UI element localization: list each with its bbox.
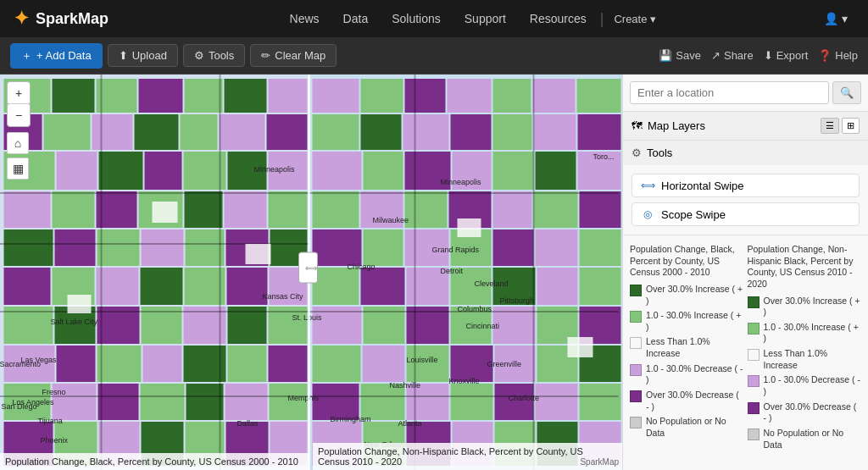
zoom-controls: + − bbox=[7, 81, 31, 127]
add-data-button[interactable]: ＋ + Add Data bbox=[10, 43, 103, 69]
nav-data[interactable]: Data bbox=[333, 7, 379, 30]
legend-item: Over 30.0% Increase ( + ) bbox=[630, 284, 744, 307]
map-area[interactable]: Minneapolis Milwaukee Chicago Grand Rapi… bbox=[0, 75, 622, 470]
view-buttons: ☰ ⊞ bbox=[821, 118, 860, 134]
svg-text:Salt Lake City: Salt Lake City bbox=[51, 318, 98, 326]
main-content: Minneapolis Milwaukee Chicago Grand Rapi… bbox=[0, 75, 868, 470]
svg-rect-105 bbox=[536, 229, 578, 266]
zoom-out-button[interactable]: − bbox=[8, 104, 30, 126]
svg-rect-104 bbox=[493, 229, 534, 266]
svg-rect-52 bbox=[57, 346, 96, 382]
map-caption-right: Population Change, Non-Hispanic Black, P… bbox=[313, 443, 622, 470]
svg-rect-122 bbox=[363, 346, 405, 382]
location-input[interactable] bbox=[630, 81, 829, 104]
legend-label: Over 30.0% Increase ( + ) bbox=[646, 284, 744, 307]
svg-rect-87 bbox=[364, 152, 403, 190]
svg-text:Fresno: Fresno bbox=[42, 388, 66, 396]
svg-rect-56 bbox=[228, 346, 267, 382]
legend-item: 1.0 - 30.0% Decrease ( - ) bbox=[748, 374, 862, 397]
svg-rect-8 bbox=[269, 79, 308, 113]
nav-support[interactable]: Support bbox=[454, 7, 516, 30]
share-button[interactable]: ↗ Share bbox=[711, 49, 754, 62]
svg-text:St. Louis: St. Louis bbox=[292, 313, 323, 322]
svg-rect-24 bbox=[53, 191, 95, 228]
upload-icon: ⬆ bbox=[119, 49, 128, 62]
svg-rect-18 bbox=[99, 152, 143, 190]
svg-rect-76 bbox=[493, 79, 531, 113]
svg-text:Cincinnati: Cincinnati bbox=[466, 322, 500, 330]
svg-text:Atlanta: Atlanta bbox=[398, 419, 422, 428]
legend-swatch-gray bbox=[630, 417, 642, 429]
clear-map-button[interactable]: ✏ Clear Map bbox=[250, 44, 337, 67]
svg-rect-81 bbox=[403, 114, 449, 150]
svg-text:San Diego: San Diego bbox=[2, 402, 37, 411]
map-caption-left: Population Change, Black, Percent by Cou… bbox=[0, 453, 309, 470]
nav-solutions[interactable]: Solutions bbox=[381, 7, 451, 30]
legend-label: Over 30.0% Decrease ( - ) bbox=[646, 390, 744, 412]
svg-rect-31 bbox=[55, 229, 96, 266]
scope-swipe-tool[interactable]: ◎ Scope Swipe bbox=[632, 202, 860, 226]
export-button[interactable]: ⬇ Export bbox=[764, 49, 809, 62]
zoom-in-button[interactable]: + bbox=[8, 82, 30, 104]
svg-rect-53 bbox=[97, 346, 142, 382]
svg-rect-131 bbox=[451, 384, 493, 420]
legend-item: No Population or No Data bbox=[630, 416, 744, 439]
tools-header[interactable]: ⚙ Tools bbox=[623, 141, 868, 165]
svg-rect-7 bbox=[225, 79, 267, 113]
list-view-button[interactable]: ☰ bbox=[821, 118, 839, 134]
svg-rect-63 bbox=[225, 384, 268, 420]
svg-rect-54 bbox=[143, 346, 182, 382]
svg-rect-77 bbox=[533, 79, 576, 113]
nav-links: News Data Solutions Support Resources | … bbox=[146, 7, 797, 30]
grid-view-button[interactable]: ⊞ bbox=[842, 118, 860, 134]
legend-container: Population Change, Black, Percent by Cou… bbox=[623, 235, 868, 462]
right-panel: 🔍 🗺 Map Layers ☰ ⊞ ⚙ Tools ⟺ Hor bbox=[622, 75, 868, 470]
legend-label: 1.0 - 30.0% Increase ( + ) bbox=[764, 322, 862, 345]
svg-rect-121 bbox=[313, 346, 361, 382]
svg-rect-11 bbox=[92, 114, 133, 150]
upload-button[interactable]: ⬆ Upload bbox=[108, 44, 178, 67]
svg-rect-84 bbox=[534, 114, 576, 150]
logo-text: SparkMap bbox=[36, 10, 108, 28]
legend-item: 1.0 - 30.0% Increase ( + ) bbox=[630, 310, 744, 333]
legend-label: Less Than 1.0% Increase bbox=[646, 336, 744, 359]
nav-news[interactable]: News bbox=[280, 7, 330, 30]
save-button[interactable]: 💾 Save bbox=[659, 49, 701, 62]
layers-button[interactable]: ▦ bbox=[7, 158, 29, 180]
map-container: Minneapolis Milwaukee Chicago Grand Rapi… bbox=[0, 75, 622, 470]
svg-rect-73 bbox=[361, 79, 403, 113]
nav-user[interactable]: 👤 ▾ bbox=[817, 8, 854, 29]
svg-rect-23 bbox=[4, 191, 51, 228]
svg-text:Charlotte: Charlotte bbox=[509, 394, 540, 402]
horizontal-swipe-tool[interactable]: ⟺ Horizontal Swipe bbox=[632, 174, 860, 197]
search-button[interactable]: 🔍 bbox=[832, 81, 861, 104]
svg-rect-99 bbox=[580, 191, 621, 228]
map-layers-label: Map Layers bbox=[648, 119, 705, 132]
svg-rect-74 bbox=[405, 79, 446, 113]
home-button[interactable]: ⌂ bbox=[7, 132, 29, 154]
tools-button[interactable]: ⚙ Tools bbox=[183, 44, 245, 67]
export-icon: ⬇ bbox=[764, 49, 773, 62]
legend-label: Over 30.0% Increase ( + ) bbox=[764, 296, 862, 318]
scope-swipe-icon: ◎ bbox=[641, 207, 654, 221]
legend-swatch-dark-green-2 bbox=[748, 296, 760, 308]
legend-label: 1.0 - 30.0% Decrease ( - ) bbox=[646, 363, 744, 386]
help-button[interactable]: ❓ Help bbox=[818, 49, 858, 62]
legend-label: Less Than 1.0% Increase bbox=[764, 348, 862, 371]
tools-content: ⟺ Horizontal Swipe ◎ Scope Swipe bbox=[623, 165, 868, 235]
svg-rect-86 bbox=[313, 152, 362, 190]
legend-right-title: Population Change, Non-Hispanic Black, P… bbox=[748, 244, 862, 290]
svg-rect-79 bbox=[313, 114, 359, 150]
tools-label: Tools bbox=[647, 147, 672, 159]
legend-label: No Population or No Data bbox=[764, 428, 862, 451]
svg-text:Memphis: Memphis bbox=[288, 394, 320, 402]
svg-rect-42 bbox=[227, 268, 268, 305]
map-layers-header[interactable]: 🗺 Map Layers ☰ ⊞ bbox=[623, 112, 868, 140]
nav-create[interactable]: Create ▾ bbox=[607, 9, 663, 29]
logo[interactable]: ✦ SparkMap bbox=[14, 8, 108, 30]
nav-resources[interactable]: Resources bbox=[520, 7, 597, 30]
svg-rect-62 bbox=[186, 384, 224, 420]
svg-text:Louisville: Louisville bbox=[407, 356, 438, 364]
legend-label: Over 30.0% Decrease ( - ) bbox=[764, 401, 862, 424]
svg-rect-4 bbox=[97, 79, 137, 113]
